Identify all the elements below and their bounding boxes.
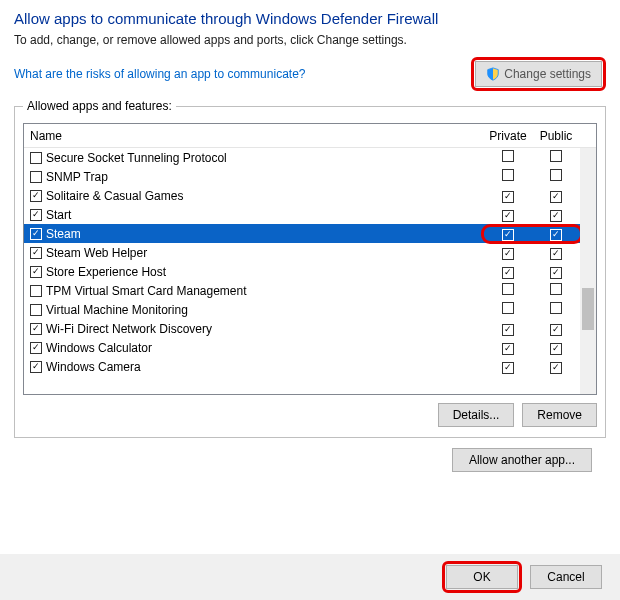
- public-checkbox[interactable]: [550, 169, 562, 181]
- highlight-steam-checks: [484, 227, 580, 241]
- table-row[interactable]: Secure Socket Tunneling Protocol: [24, 148, 580, 167]
- scrollbar-thumb[interactable]: [582, 288, 594, 330]
- allowed-apps-panel: Allowed apps and features: Name Private …: [14, 99, 606, 438]
- private-checkbox[interactable]: [502, 283, 514, 295]
- private-checkbox[interactable]: [502, 343, 514, 355]
- list-scrollbar[interactable]: [580, 148, 596, 394]
- row-name: Store Experience Host: [46, 265, 166, 279]
- highlight-change-settings: Change settings: [471, 57, 606, 91]
- column-name[interactable]: Name: [30, 129, 484, 143]
- list-header: Name Private Public: [24, 124, 596, 148]
- allow-checkbox[interactable]: [30, 304, 42, 316]
- row-name: Solitaire & Casual Games: [46, 189, 183, 203]
- cancel-button[interactable]: Cancel: [530, 565, 602, 589]
- allow-checkbox[interactable]: [30, 209, 42, 221]
- table-row[interactable]: Solitaire & Casual Games: [24, 186, 580, 205]
- apps-list: Name Private Public Secure Socket Tunnel…: [23, 123, 597, 395]
- table-row[interactable]: Store Experience Host: [24, 262, 580, 281]
- table-row[interactable]: TPM Virtual Smart Card Management: [24, 281, 580, 300]
- table-row[interactable]: Steam: [24, 224, 580, 243]
- private-checkbox[interactable]: [502, 302, 514, 314]
- row-name: SNMP Trap: [46, 170, 108, 184]
- public-checkbox[interactable]: [550, 150, 562, 162]
- allow-checkbox[interactable]: [30, 285, 42, 297]
- public-checkbox[interactable]: [550, 302, 562, 314]
- dialog-footer: OK Cancel: [0, 554, 620, 600]
- risks-link[interactable]: What are the risks of allowing an app to…: [14, 67, 305, 81]
- row-name: Steam: [46, 227, 81, 241]
- private-checkbox[interactable]: [502, 324, 514, 336]
- public-checkbox[interactable]: [550, 362, 562, 374]
- public-checkbox[interactable]: [550, 324, 562, 336]
- row-name: Windows Camera: [46, 360, 141, 374]
- row-name: TPM Virtual Smart Card Management: [46, 284, 247, 298]
- allow-checkbox[interactable]: [30, 266, 42, 278]
- column-private[interactable]: Private: [484, 129, 532, 143]
- highlight-ok: OK: [442, 561, 522, 593]
- table-row[interactable]: SNMP Trap: [24, 167, 580, 186]
- page-title: Allow apps to communicate through Window…: [14, 10, 606, 27]
- public-checkbox[interactable]: [550, 191, 562, 203]
- row-name: Secure Socket Tunneling Protocol: [46, 151, 227, 165]
- allow-checkbox[interactable]: [30, 361, 42, 373]
- private-checkbox[interactable]: [502, 191, 514, 203]
- shield-icon: [486, 67, 500, 81]
- table-row[interactable]: Virtual Machine Monitoring: [24, 300, 580, 319]
- public-checkbox[interactable]: [550, 229, 562, 241]
- private-checkbox[interactable]: [502, 210, 514, 222]
- private-checkbox[interactable]: [502, 267, 514, 279]
- column-public[interactable]: Public: [532, 129, 580, 143]
- table-row[interactable]: Start: [24, 205, 580, 224]
- change-settings-label: Change settings: [504, 67, 591, 81]
- allow-checkbox[interactable]: [30, 323, 42, 335]
- table-row[interactable]: Wi-Fi Direct Network Discovery: [24, 319, 580, 338]
- allow-checkbox[interactable]: [30, 228, 42, 240]
- public-checkbox[interactable]: [550, 267, 562, 279]
- details-button[interactable]: Details...: [438, 403, 515, 427]
- row-name: Steam Web Helper: [46, 246, 147, 260]
- allow-checkbox[interactable]: [30, 342, 42, 354]
- table-row[interactable]: Steam Web Helper: [24, 243, 580, 262]
- allow-checkbox[interactable]: [30, 171, 42, 183]
- change-settings-button[interactable]: Change settings: [475, 61, 602, 87]
- private-checkbox[interactable]: [502, 229, 514, 241]
- table-row[interactable]: Windows Calculator: [24, 338, 580, 357]
- public-checkbox[interactable]: [550, 248, 562, 260]
- table-row[interactable]: Windows Camera: [24, 357, 580, 376]
- remove-button[interactable]: Remove: [522, 403, 597, 427]
- public-checkbox[interactable]: [550, 210, 562, 222]
- private-checkbox[interactable]: [502, 362, 514, 374]
- page-subtitle: To add, change, or remove allowed apps a…: [14, 33, 606, 47]
- public-checkbox[interactable]: [550, 283, 562, 295]
- allow-checkbox[interactable]: [30, 190, 42, 202]
- private-checkbox[interactable]: [502, 169, 514, 181]
- public-checkbox[interactable]: [550, 343, 562, 355]
- row-name: Wi-Fi Direct Network Discovery: [46, 322, 212, 336]
- panel-legend: Allowed apps and features:: [23, 99, 176, 113]
- row-name: Start: [46, 208, 71, 222]
- allow-checkbox[interactable]: [30, 152, 42, 164]
- private-checkbox[interactable]: [502, 150, 514, 162]
- allow-checkbox[interactable]: [30, 247, 42, 259]
- row-name: Virtual Machine Monitoring: [46, 303, 188, 317]
- private-checkbox[interactable]: [502, 248, 514, 260]
- row-name: Windows Calculator: [46, 341, 152, 355]
- ok-button[interactable]: OK: [446, 565, 518, 589]
- allow-another-app-button[interactable]: Allow another app...: [452, 448, 592, 472]
